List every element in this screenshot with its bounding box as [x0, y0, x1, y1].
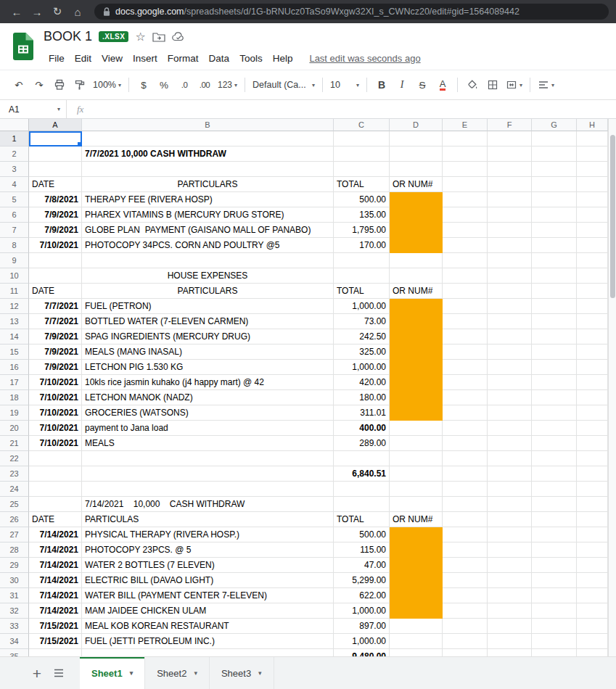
sheet-tab-sheet2[interactable]: Sheet2▾ [145, 657, 210, 689]
cell-B17[interactable]: 10kls rice jasmin kuhako (j4 happy mart)… [82, 375, 334, 390]
cell-H28[interactable] [577, 542, 608, 558]
cell-C14[interactable]: 242.50 [334, 329, 390, 344]
cell-A12[interactable]: 7/7/2021 [29, 299, 82, 314]
cell-A8[interactable]: 7/10/2021 [29, 238, 82, 253]
cell-B24[interactable] [82, 482, 334, 497]
cell-F29[interactable] [488, 558, 532, 573]
browser-back-button[interactable]: ← [7, 2, 26, 21]
cell-A27[interactable]: 7/14/2021 [29, 527, 82, 542]
cell-A10[interactable] [29, 268, 82, 284]
cell-D33[interactable] [390, 619, 443, 634]
cell-A18[interactable]: 7/10/2021 [29, 390, 82, 405]
sheets-logo[interactable] [13, 33, 33, 60]
cell-C23[interactable]: 6,840.51 [334, 466, 390, 482]
italic-button[interactable]: I [393, 75, 411, 94]
row-header-23[interactable]: 23 [0, 466, 29, 482]
cell-G26[interactable] [532, 512, 577, 527]
browser-home-button[interactable]: ⌂ [68, 2, 87, 21]
cell-E12[interactable] [443, 299, 488, 314]
row-header-31[interactable]: 31 [0, 588, 29, 603]
cell-D26[interactable]: OR NUM# [390, 512, 443, 527]
cell-G25[interactable] [532, 497, 577, 512]
cell-B12[interactable]: FUEL (PETRON) [82, 299, 334, 314]
cell-F5[interactable] [488, 192, 532, 207]
row-header-4[interactable]: 4 [0, 177, 29, 192]
row-header-24[interactable]: 24 [0, 482, 29, 497]
cell-B30[interactable]: ELECTRIC BILL (DAVAO LIGHT) [82, 573, 334, 588]
decrease-decimal-button[interactable]: .0 [175, 75, 194, 94]
cell-D6[interactable] [390, 207, 443, 223]
cell-A22[interactable] [29, 451, 82, 466]
row-header-18[interactable]: 18 [0, 390, 29, 405]
cell-B20[interactable]: payment to Jana load [82, 421, 334, 436]
cell-A26[interactable]: DATE [29, 512, 82, 527]
cell-H18[interactable] [577, 390, 608, 405]
all-sheets-button[interactable] [48, 662, 70, 684]
cell-F25[interactable] [488, 497, 532, 512]
cell-G19[interactable] [532, 405, 577, 421]
cell-B13[interactable]: BOTTLED WATER (7-ELEVEN CARMEN) [82, 314, 334, 329]
cell-G8[interactable] [532, 238, 577, 253]
merge-cells-button[interactable]: ▾ [504, 75, 525, 94]
row-header-2[interactable]: 2 [0, 147, 29, 162]
cell-C25[interactable] [334, 497, 390, 512]
cell-C26[interactable]: TOTAL [334, 512, 390, 527]
cell-A32[interactable]: 7/14/2021 [29, 603, 82, 619]
cell-F35[interactable] [488, 649, 532, 656]
cell-E9[interactable] [443, 253, 488, 268]
cell-E30[interactable] [443, 573, 488, 588]
cell-H17[interactable] [577, 375, 608, 390]
menu-view[interactable]: View [96, 51, 128, 65]
cell-F16[interactable] [488, 360, 532, 375]
cell-E13[interactable] [443, 314, 488, 329]
cloud-status-button[interactable] [172, 32, 185, 41]
menu-file[interactable]: File [44, 51, 70, 65]
column-header-F[interactable]: F [488, 119, 532, 131]
cell-E29[interactable] [443, 558, 488, 573]
cell-A28[interactable]: 7/14/2021 [29, 542, 82, 558]
cell-A5[interactable]: 7/8/2021 [29, 192, 82, 207]
cell-F14[interactable] [488, 329, 532, 344]
menu-format[interactable]: Format [163, 51, 204, 65]
cell-D29[interactable] [390, 558, 443, 573]
cell-H12[interactable] [577, 299, 608, 314]
cell-B16[interactable]: LETCHON PIG 1.530 KG [82, 360, 334, 375]
cell-C8[interactable]: 170.00 [334, 238, 390, 253]
row-header-13[interactable]: 13 [0, 314, 29, 329]
cell-A13[interactable]: 7/7/2021 [29, 314, 82, 329]
cell-F13[interactable] [488, 314, 532, 329]
cell-B14[interactable]: SPAG INGREDIENTS (MERCURY DRUG) [82, 329, 334, 344]
menu-help[interactable]: Help [268, 51, 298, 65]
row-header-21[interactable]: 21 [0, 436, 29, 451]
cell-D1[interactable] [390, 131, 443, 147]
cell-D2[interactable] [390, 147, 443, 162]
cell-F22[interactable] [488, 451, 532, 466]
cell-E11[interactable] [443, 284, 488, 299]
cell-H22[interactable] [577, 451, 608, 466]
scrollbar-thumb[interactable] [610, 135, 615, 298]
cell-D21[interactable] [390, 436, 443, 451]
cell-A35[interactable] [29, 649, 82, 656]
menu-edit[interactable]: Edit [70, 51, 96, 65]
cell-H30[interactable] [577, 573, 608, 588]
cell-F24[interactable] [488, 482, 532, 497]
cell-G29[interactable] [532, 558, 577, 573]
cell-E1[interactable] [443, 131, 488, 147]
cell-C24[interactable] [334, 482, 390, 497]
cell-E7[interactable] [443, 223, 488, 238]
cell-D31[interactable] [390, 588, 443, 603]
cell-A3[interactable] [29, 162, 82, 177]
format-percent-button[interactable]: % [155, 75, 173, 94]
grid-corner-select-all[interactable] [0, 119, 29, 131]
cell-H4[interactable] [577, 177, 608, 192]
cell-C15[interactable]: 325.00 [334, 344, 390, 360]
horizontal-align-button[interactable]: ▾ [535, 75, 557, 94]
cell-D28[interactable] [390, 542, 443, 558]
row-header-29[interactable]: 29 [0, 558, 29, 573]
cell-G16[interactable] [532, 360, 577, 375]
increase-decimal-button[interactable]: .00 [195, 75, 214, 94]
cell-E26[interactable] [443, 512, 488, 527]
cell-G28[interactable] [532, 542, 577, 558]
cell-C16[interactable]: 1,000.00 [334, 360, 390, 375]
row-header-22[interactable]: 22 [0, 451, 29, 466]
